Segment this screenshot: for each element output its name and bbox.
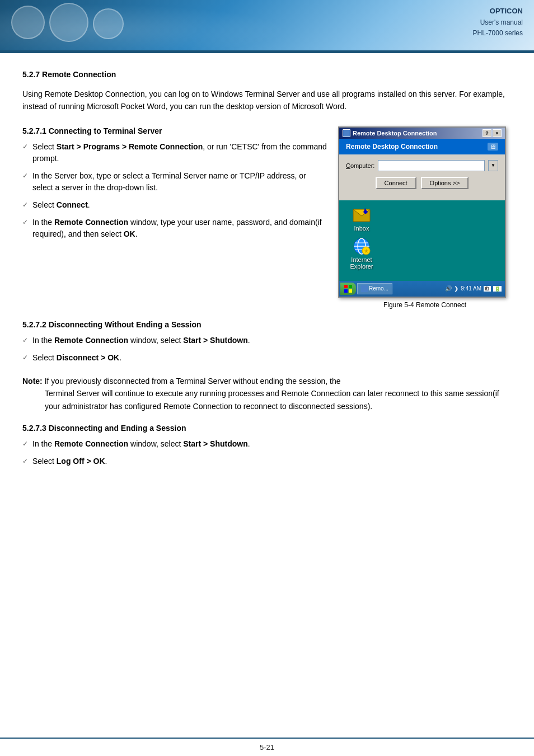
checkmark-icon: ✓ bbox=[22, 142, 28, 152]
note-text: If you previously disconnected from a Te… bbox=[45, 377, 341, 386]
rdc-desktop: Inbox bbox=[339, 200, 505, 281]
rdc-computer-label: Computer: bbox=[346, 162, 374, 169]
bullet-text: Select Log Off > OK. bbox=[32, 456, 107, 467]
bullet-text: Select Connect. bbox=[32, 199, 90, 211]
rdc-help-button[interactable]: ? bbox=[483, 129, 491, 137]
section-5271-left: 5.2.7.1 Connecting to Terminal Server ✓ … bbox=[22, 126, 327, 309]
svg-rect-14 bbox=[349, 289, 352, 293]
list-item: ✓ Select Connect. bbox=[22, 199, 327, 211]
taskbar-start-button[interactable] bbox=[340, 283, 356, 295]
inbox-icon-desktop: Inbox bbox=[345, 206, 378, 232]
checkmark-icon: ✓ bbox=[22, 200, 28, 210]
header-banner: OPTICON User's manual PHL-7000 series bbox=[0, 0, 534, 50]
checkmark-icon: ✓ bbox=[22, 335, 28, 345]
rdc-dialog-container: Remote Desktop Connection ? × Remote Des… bbox=[338, 126, 512, 309]
rdc-dialog: Remote Desktop Connection ? × Remote Des… bbox=[338, 126, 506, 298]
checkmark-icon: ✓ bbox=[22, 439, 28, 449]
taskbar-network-icon: 🔊 bbox=[445, 285, 452, 292]
section-5272-heading: 5.2.7.2 Disconnecting Without Ending a S… bbox=[22, 320, 512, 329]
bullet-text: In the Remote Connection window, select … bbox=[32, 438, 250, 450]
list-item: ✓ Select Start > Programs > Remote Conne… bbox=[22, 141, 327, 165]
taskbar-arrow-icon: ❯ bbox=[454, 285, 458, 292]
header-line3: PHL-7000 series bbox=[473, 28, 523, 39]
note-label: Note: bbox=[22, 377, 43, 386]
list-item: ✓ In the Remote Connection window, type … bbox=[22, 217, 327, 240]
svg-rect-12 bbox=[349, 285, 352, 288]
bullet-text: Select Disconnect > OK. bbox=[32, 352, 121, 364]
taskbar-time: 9:41 AM bbox=[461, 285, 481, 292]
rdc-title-text: Remote Desktop Connection bbox=[353, 130, 437, 137]
section-527-heading: 5.2.7 Remote Connection bbox=[22, 70, 512, 79]
rdc-app-icon bbox=[343, 129, 350, 137]
list-item: ✓ In the Remote Connection window, selec… bbox=[22, 438, 512, 450]
ie-icon-desktop: ★ InternetExplorer bbox=[345, 237, 378, 270]
bullet-text: In the Remote Connection window, type yo… bbox=[32, 217, 327, 240]
list-item: ✓ In the Server box, type or select a Te… bbox=[22, 170, 327, 194]
section-527: 5.2.7 Remote Connection Using Remote Des… bbox=[22, 70, 512, 113]
rdc-close-button[interactable]: × bbox=[493, 129, 502, 137]
ie-label: InternetExplorer bbox=[350, 256, 373, 270]
svg-rect-13 bbox=[344, 289, 348, 293]
rdc-computer-field: Computer: ▼ bbox=[346, 160, 498, 171]
inbox-label: Inbox bbox=[354, 225, 369, 232]
checkmark-icon: ✓ bbox=[22, 353, 28, 363]
rdc-header-bar: Remote Desktop Connection 🖥 bbox=[339, 139, 505, 154]
taskbar-remo-item[interactable]: Remo... bbox=[357, 283, 392, 294]
rdc-body: Remote Desktop Connection 🖥 Computer: ▼ bbox=[339, 139, 505, 200]
page-footer: 5-21 bbox=[0, 738, 534, 756]
rdc-icon-1: 🖥 bbox=[488, 143, 498, 151]
list-item: ✓ Select Disconnect > OK. bbox=[22, 352, 512, 364]
section-5273: 5.2.7.3 Disconnecting and Ending a Sessi… bbox=[22, 424, 512, 467]
bullet-text: In the Remote Connection window, select … bbox=[32, 335, 250, 346]
rdc-titlebar-left: Remote Desktop Connection bbox=[343, 129, 437, 137]
note-indent: Terminal Server will continue to execute… bbox=[45, 387, 512, 412]
section-5271-heading: 5.2.7.1 Connecting to Terminal Server bbox=[22, 126, 327, 135]
brand-name: OPTICON bbox=[473, 6, 523, 17]
note-block: Note: If you previously disconnected fro… bbox=[22, 375, 512, 412]
figure-caption: Figure 5-4 Remote Connect bbox=[338, 301, 512, 309]
section-5272-bullets: ✓ In the Remote Connection window, selec… bbox=[22, 335, 512, 364]
list-item: ✓ In the Remote Connection window, selec… bbox=[22, 335, 512, 346]
svg-rect-11 bbox=[344, 285, 348, 288]
rdc-taskbar: Remo... 🔊 ❯ 9:41 AM 🗓 🔋 bbox=[339, 281, 505, 297]
list-item: ✓ Select Log Off > OK. bbox=[22, 456, 512, 467]
rdc-dropdown-arrow[interactable]: ▼ bbox=[488, 160, 498, 171]
taskbar-clock-icon: 🗓 bbox=[484, 286, 491, 292]
header-line2: User's manual bbox=[473, 17, 523, 28]
section-5271-bullets: ✓ Select Start > Programs > Remote Conne… bbox=[22, 141, 327, 240]
rdc-connect-button[interactable]: Connect bbox=[376, 177, 416, 189]
section-5273-bullets: ✓ In the Remote Connection window, selec… bbox=[22, 438, 512, 467]
taskbar-battery-icon: 🔋 bbox=[493, 286, 502, 292]
rdc-computer-input[interactable] bbox=[378, 160, 485, 171]
checkmark-icon: ✓ bbox=[22, 456, 28, 466]
checkmark-icon: ✓ bbox=[22, 217, 28, 227]
rdc-buttons: Connect Options >> bbox=[346, 177, 498, 189]
section-5271-layout: 5.2.7.1 Connecting to Terminal Server ✓ … bbox=[22, 126, 512, 309]
page-number: 5-21 bbox=[260, 743, 274, 752]
checkmark-icon: ✓ bbox=[22, 171, 28, 181]
header-decoration bbox=[11, 6, 124, 42]
rdc-options-button[interactable]: Options >> bbox=[421, 177, 469, 189]
rdc-titlebar: Remote Desktop Connection ? × bbox=[339, 128, 505, 139]
rdc-header-icons: 🖥 bbox=[488, 143, 498, 151]
rdc-header-title: Remote Desktop Connection bbox=[346, 143, 488, 151]
bullet-text: Select Start > Programs > Remote Connect… bbox=[32, 141, 327, 165]
taskbar-systray: 🔊 ❯ 9:41 AM 🗓 🔋 bbox=[443, 285, 504, 292]
ie-image: ★ bbox=[353, 237, 371, 255]
inbox-image bbox=[353, 206, 371, 224]
bullet-text: In the Server box, type or select a Term… bbox=[32, 170, 327, 194]
svg-rect-15 bbox=[361, 285, 368, 292]
section-5273-heading: 5.2.7.3 Disconnecting and Ending a Sessi… bbox=[22, 424, 512, 433]
svg-text:★: ★ bbox=[364, 248, 369, 254]
header-info: OPTICON User's manual PHL-7000 series bbox=[462, 0, 534, 44]
section-5272: 5.2.7.2 Disconnecting Without Ending a S… bbox=[22, 320, 512, 364]
section-527-intro: Using Remote Desktop Connection, you can… bbox=[22, 88, 512, 113]
rdc-titlebar-controls[interactable]: ? × bbox=[483, 129, 502, 137]
